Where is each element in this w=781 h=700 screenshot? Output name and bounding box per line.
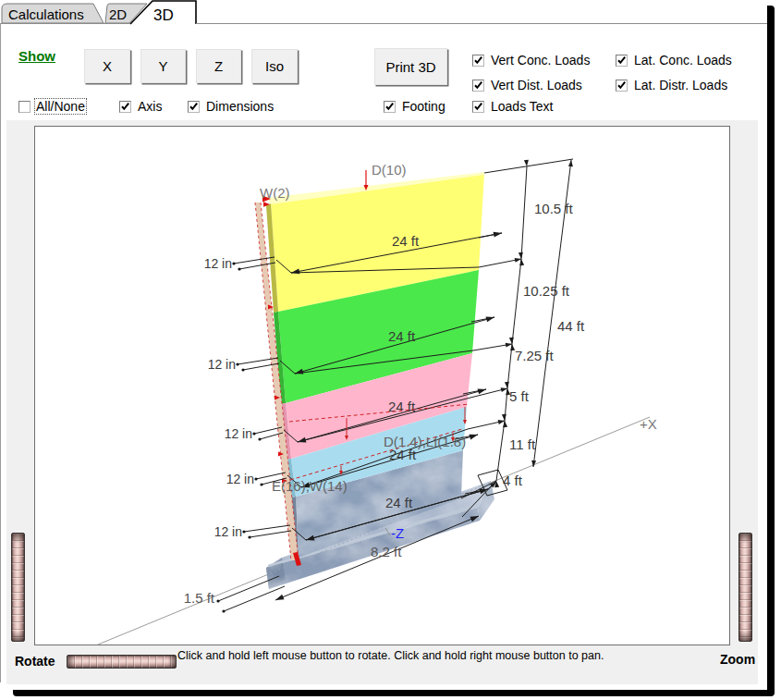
- svg-text:24 ft: 24 ft: [388, 328, 416, 344]
- svg-text:12 in: 12 in: [225, 426, 252, 441]
- svg-text:5 ft: 5 ft: [509, 388, 530, 404]
- svg-text:12 in: 12 in: [204, 256, 232, 271]
- svg-text:12 in: 12 in: [214, 524, 242, 539]
- svg-text:E(16),W(14): E(16),W(14): [272, 478, 348, 494]
- svg-text:12 in: 12 in: [208, 357, 236, 372]
- svg-text:8.2 ft: 8.2 ft: [371, 544, 402, 559]
- svg-text:44 ft: 44 ft: [557, 318, 585, 334]
- svg-text:W(2): W(2): [260, 185, 290, 201]
- svg-text:-Z: -Z: [391, 525, 404, 541]
- svg-text:24 ft: 24 ft: [385, 495, 413, 510]
- svg-text:D(1.4),Lf(1.8): D(1.4),Lf(1.8): [384, 434, 466, 449]
- svg-text:2D: 2D: [109, 6, 127, 22]
- svg-text:10.25 ft: 10.25 ft: [523, 283, 570, 299]
- svg-text:Calculations: Calculations: [8, 6, 84, 22]
- svg-text:3D: 3D: [153, 6, 174, 24]
- svg-text:24 ft: 24 ft: [392, 233, 420, 249]
- svg-text:D(10): D(10): [372, 162, 407, 178]
- svg-text:11 ft: 11 ft: [509, 436, 536, 452]
- svg-text:1.5 ft: 1.5 ft: [184, 590, 215, 606]
- svg-text:10.5 ft: 10.5 ft: [534, 201, 574, 216]
- svg-text:+X: +X: [640, 416, 657, 432]
- svg-text:7.25 ft: 7.25 ft: [515, 348, 555, 363]
- svg-text:12 in: 12 in: [226, 472, 254, 486]
